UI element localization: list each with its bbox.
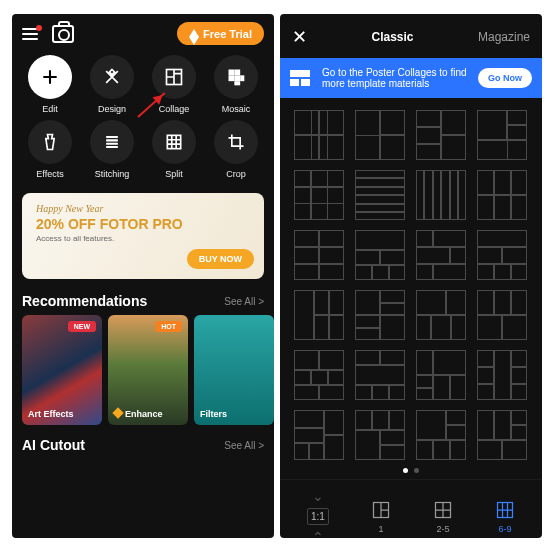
mosaic-button[interactable] xyxy=(214,55,258,99)
card-filters[interactable]: Filters xyxy=(194,315,274,425)
edit-button[interactable] xyxy=(28,55,72,99)
section-header: Recommendations See All > xyxy=(12,291,274,315)
svg-rect-3 xyxy=(229,76,233,80)
promo-banner[interactable]: Happy New Year 20% OFF FOTOR PRO Access … xyxy=(22,193,264,279)
svg-rect-7 xyxy=(167,135,180,148)
see-all-link[interactable]: See All > xyxy=(224,296,264,307)
recommendations-row: NEWArt Effects HOTEnhance Filters xyxy=(12,315,274,435)
layout-option[interactable] xyxy=(416,230,466,280)
tool-label: Mosaic xyxy=(222,104,251,114)
effects-button[interactable] xyxy=(28,120,72,164)
card-label: Filters xyxy=(200,409,227,419)
collage-picker-screen: ✕ Classic Magazine Go to the Poster Coll… xyxy=(280,14,542,538)
layout-option[interactable] xyxy=(294,290,344,340)
svg-rect-6 xyxy=(235,82,239,85)
top-bar: ✕ Classic Magazine xyxy=(280,14,542,58)
card-art-effects[interactable]: NEWArt Effects xyxy=(22,315,102,425)
close-icon[interactable]: ✕ xyxy=(292,26,307,48)
tag-hot: HOT xyxy=(155,321,182,332)
layout-option[interactable] xyxy=(355,170,405,220)
layout-option[interactable] xyxy=(477,110,527,160)
diamond-icon xyxy=(112,407,123,418)
tab-magazine[interactable]: Magazine xyxy=(478,30,530,44)
layout-option[interactable] xyxy=(355,110,405,160)
page-dots xyxy=(280,464,542,479)
tab-1[interactable]: 1 xyxy=(371,500,391,534)
section-title: AI Cutout xyxy=(22,437,85,453)
layout-option[interactable] xyxy=(416,170,466,220)
layout-option[interactable] xyxy=(416,290,466,340)
go-now-button[interactable]: Go Now xyxy=(478,68,532,88)
svg-rect-2 xyxy=(235,70,239,74)
banner-line2: 20% OFF FOTOR PRO xyxy=(36,216,250,232)
layout-option[interactable] xyxy=(477,410,527,460)
layout-option[interactable] xyxy=(294,410,344,460)
layout-option[interactable] xyxy=(355,350,405,400)
layout-option[interactable] xyxy=(477,350,527,400)
layout-option[interactable] xyxy=(477,170,527,220)
tool-label: Design xyxy=(98,104,126,114)
card-label: Art Effects xyxy=(28,409,74,419)
tool-label: Crop xyxy=(226,169,246,179)
tab-classic[interactable]: Classic xyxy=(371,30,413,44)
split-button[interactable] xyxy=(152,120,196,164)
layout-option[interactable] xyxy=(355,410,405,460)
tool-label: Split xyxy=(165,169,183,179)
layout-option[interactable] xyxy=(294,230,344,280)
banner-line3: Access to all features. xyxy=(36,234,250,243)
tab-2-5[interactable]: 2-5 xyxy=(433,500,453,534)
bottom-bar: ⌄1:1⌃ 1 2-5 6-9 xyxy=(280,479,542,538)
layout-option[interactable] xyxy=(416,410,466,460)
free-trial-label: Free Trial xyxy=(203,28,252,40)
menu-icon[interactable] xyxy=(22,28,38,40)
tag-new: NEW xyxy=(68,321,96,332)
layout-option[interactable] xyxy=(355,290,405,340)
layout-option[interactable] xyxy=(294,170,344,220)
svg-rect-1 xyxy=(229,70,233,74)
top-bar: Free Trial xyxy=(12,14,274,49)
buy-now-button[interactable]: BUY NOW xyxy=(187,249,254,269)
see-all-link[interactable]: See All > xyxy=(224,440,264,451)
layout-option[interactable] xyxy=(477,230,527,280)
diamond-icon xyxy=(189,24,199,37)
layout-option[interactable] xyxy=(477,290,527,340)
tools-grid: Edit Design Collage Mosaic Effects Stitc… xyxy=(12,49,274,189)
card-label: Enhance xyxy=(114,409,163,419)
card-enhance[interactable]: HOTEnhance xyxy=(108,315,188,425)
home-screen: Free Trial Edit Design Collage Mosaic Ef… xyxy=(12,14,274,538)
stitching-button[interactable] xyxy=(90,120,134,164)
tab-6-9[interactable]: 6-9 xyxy=(495,500,515,534)
tool-label: Stitching xyxy=(95,169,130,179)
svg-rect-5 xyxy=(241,76,244,80)
camera-icon[interactable] xyxy=(52,25,74,43)
section-title: Recommendations xyxy=(22,293,147,309)
layout-option[interactable] xyxy=(416,350,466,400)
promo-text: Go to the Poster Collages to find more t… xyxy=(322,67,468,89)
layout-option[interactable] xyxy=(294,110,344,160)
tool-label: Effects xyxy=(36,169,63,179)
section-header: AI Cutout See All > xyxy=(12,435,274,459)
layout-option[interactable] xyxy=(416,110,466,160)
layout-option[interactable] xyxy=(355,230,405,280)
design-button[interactable] xyxy=(90,55,134,99)
collage-icon xyxy=(290,69,312,87)
tool-label: Collage xyxy=(159,104,190,114)
crop-button[interactable] xyxy=(214,120,258,164)
ratio-button[interactable]: ⌄1:1⌃ xyxy=(307,488,329,538)
svg-rect-4 xyxy=(235,76,239,80)
layouts-grid xyxy=(280,98,542,464)
free-trial-button[interactable]: Free Trial xyxy=(177,22,264,45)
tool-label: Edit xyxy=(42,104,58,114)
promo-bar[interactable]: Go to the Poster Collages to find more t… xyxy=(280,58,542,98)
banner-line1: Happy New Year xyxy=(36,203,250,214)
layout-option[interactable] xyxy=(294,350,344,400)
